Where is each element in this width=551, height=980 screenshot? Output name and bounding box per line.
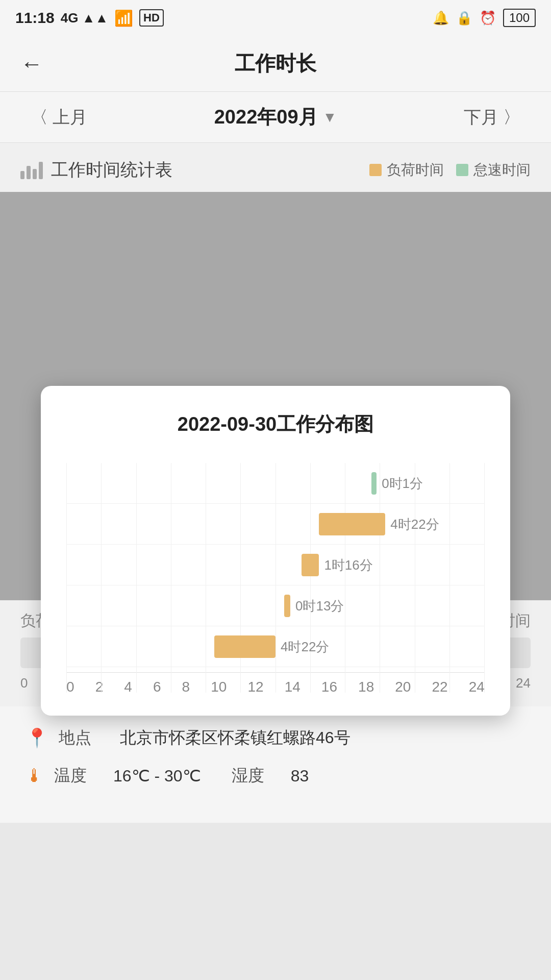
bar-1 bbox=[371, 472, 377, 495]
status-battery: 100 bbox=[503, 9, 536, 27]
chart-background-area: 2022-09-30工作分布图 bbox=[0, 192, 551, 600]
next-month-button[interactable]: 下月 〉 bbox=[464, 106, 520, 129]
status-wifi: 📶 bbox=[114, 9, 133, 27]
mini-x-24: 24 bbox=[516, 675, 531, 691]
temperature-key: 温度 bbox=[54, 765, 105, 787]
location-value: 北京市怀柔区怀柔镇红螺路46号 bbox=[120, 727, 350, 749]
distribution-modal: 2022-09-30工作分布图 bbox=[41, 386, 510, 716]
bar-label-5: 4时22分 bbox=[281, 638, 329, 656]
bar-3 bbox=[302, 554, 319, 576]
info-section: 📍 地点 北京市怀柔区怀柔镇红螺路46号 🌡 温度 16℃ - 30℃ 湿度 8… bbox=[0, 706, 551, 823]
month-dropdown-arrow: ▼ bbox=[323, 109, 337, 126]
bar-label-3: 1时16分 bbox=[324, 556, 372, 574]
page-header: ← 工作时长 bbox=[0, 36, 551, 92]
humidity-value: 83 bbox=[291, 767, 309, 786]
x-tick-16: 16 bbox=[321, 679, 337, 695]
prev-month-button[interactable]: 〈 上月 bbox=[31, 106, 87, 129]
page-title: 工作时长 bbox=[235, 50, 316, 78]
legend-load-label: 负荷时间 bbox=[387, 160, 444, 180]
current-month-label: 2022年09月 bbox=[214, 104, 318, 130]
bar-chart-icon bbox=[20, 161, 43, 179]
modal-overlay: 2022-09-30工作分布图 bbox=[0, 192, 551, 600]
x-tick-2: 2 bbox=[95, 679, 104, 695]
bar-2 bbox=[319, 513, 385, 535]
weather-sub-row: 温度 16℃ - 30℃ 湿度 83 bbox=[54, 765, 309, 787]
legend-idle-color bbox=[456, 164, 468, 176]
status-signal: 4G ▲▲ bbox=[61, 10, 108, 26]
bar-label-4: 0时13分 bbox=[295, 597, 344, 615]
section-header: 工作时间统计表 负荷时间 怠速时间 bbox=[0, 143, 551, 192]
section-title-area: 工作时间统计表 bbox=[20, 158, 172, 182]
status-right-area: 🔔 🔒 ⏰ 100 bbox=[433, 9, 536, 27]
gantt-chart-area: 0时1分 4时22分 1时16分 bbox=[61, 463, 490, 695]
section-title-text: 工作时间统计表 bbox=[51, 158, 172, 182]
x-tick-22: 22 bbox=[432, 679, 448, 695]
back-button[interactable]: ← bbox=[20, 51, 43, 77]
status-vibrate-icon: 🔔 bbox=[433, 10, 449, 26]
humidity-item: 湿度 83 bbox=[232, 765, 309, 787]
status-time-area: 11:18 4G ▲▲ 📶 HD bbox=[15, 9, 164, 27]
status-alarm-icon: ⏰ bbox=[480, 10, 496, 26]
status-time: 11:18 bbox=[15, 9, 55, 27]
bar-4 bbox=[284, 595, 290, 617]
temperature-item: 温度 16℃ - 30℃ bbox=[54, 765, 201, 787]
x-tick-12: 12 bbox=[247, 679, 263, 695]
mini-x-0: 0 bbox=[20, 675, 28, 691]
legend-idle: 怠速时间 bbox=[456, 160, 531, 180]
weather-row: 🌡 温度 16℃ - 30℃ 湿度 83 bbox=[26, 765, 525, 787]
legend-load: 负荷时间 bbox=[369, 160, 444, 180]
chart-row-5: 4时22分 bbox=[66, 626, 485, 667]
chart-row-2: 4时22分 bbox=[66, 504, 485, 545]
chart-row-1: 0时1分 bbox=[66, 463, 485, 504]
x-tick-10: 10 bbox=[211, 679, 227, 695]
x-tick-20: 20 bbox=[395, 679, 411, 695]
status-lock-icon: 🔒 bbox=[456, 10, 472, 26]
status-bar: 11:18 4G ▲▲ 📶 HD 🔔 🔒 ⏰ 100 bbox=[0, 0, 551, 36]
x-tick-18: 18 bbox=[358, 679, 374, 695]
x-tick-8: 8 bbox=[182, 679, 190, 695]
legend-idle-label: 怠速时间 bbox=[473, 160, 531, 180]
x-tick-24: 24 bbox=[469, 679, 485, 695]
legend-load-color bbox=[369, 164, 382, 176]
modal-title: 2022-09-30工作分布图 bbox=[61, 411, 490, 437]
chart-row-4: 0时13分 bbox=[66, 585, 485, 626]
x-axis: 0 2 4 6 8 10 12 14 16 18 20 22 24 bbox=[66, 679, 485, 695]
location-key: 地点 bbox=[59, 727, 110, 749]
status-hd: HD bbox=[139, 9, 164, 27]
location-icon: 📍 bbox=[26, 727, 48, 749]
chart-legend: 负荷时间 怠速时间 bbox=[369, 160, 531, 180]
temperature-icon: 🌡 bbox=[26, 765, 44, 787]
x-tick-4: 4 bbox=[124, 679, 132, 695]
bar-label-1: 0时1分 bbox=[382, 475, 423, 493]
x-tick-6: 6 bbox=[153, 679, 161, 695]
x-tick-14: 14 bbox=[285, 679, 300, 695]
bar-label-2: 4时22分 bbox=[390, 516, 439, 533]
current-month-display[interactable]: 2022年09月 ▼ bbox=[214, 104, 337, 130]
month-navigation: 〈 上月 2022年09月 ▼ 下月 〉 bbox=[0, 92, 551, 143]
location-row: 📍 地点 北京市怀柔区怀柔镇红螺路46号 bbox=[26, 727, 525, 749]
humidity-key: 湿度 bbox=[232, 765, 283, 787]
x-tick-0: 0 bbox=[66, 679, 74, 695]
bar-5 bbox=[214, 635, 276, 658]
temperature-value: 16℃ - 30℃ bbox=[113, 766, 201, 786]
chart-row-3: 1时16分 bbox=[66, 545, 485, 585]
